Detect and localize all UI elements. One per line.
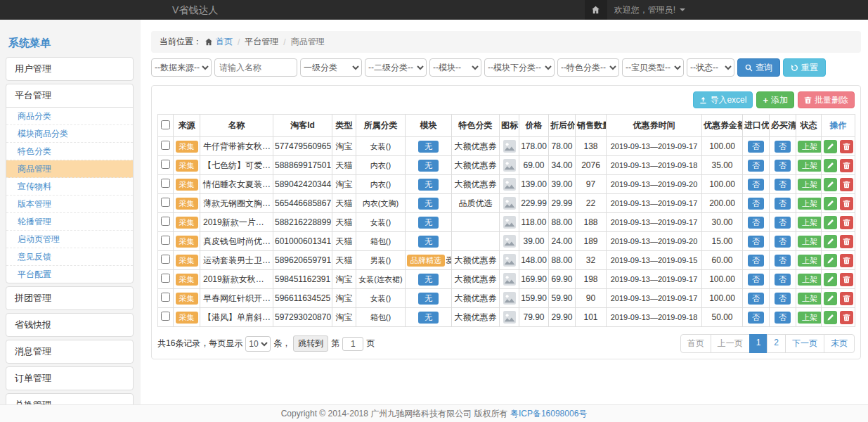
page-button[interactable]: 1 — [749, 334, 768, 353]
sidebar-subitem[interactable]: 意见反馈 — [6, 248, 133, 266]
import-select-toggle[interactable]: 否 — [748, 160, 764, 172]
must-buy-toggle[interactable]: 否 — [775, 198, 791, 210]
filter-select-4[interactable]: --模块下分类-- — [484, 58, 555, 77]
delete-button[interactable] — [840, 216, 853, 229]
edit-button[interactable] — [824, 178, 837, 191]
edit-button[interactable] — [824, 159, 837, 172]
icp-link[interactable]: 粤ICP备16098006号 — [510, 409, 587, 418]
delete-button[interactable] — [840, 254, 853, 267]
search-button[interactable]: 查询 — [737, 58, 780, 77]
row-checkbox[interactable] — [161, 179, 170, 188]
delete-button[interactable] — [840, 140, 853, 153]
must-buy-toggle[interactable]: 否 — [775, 293, 791, 305]
must-buy-toggle[interactable]: 否 — [775, 236, 791, 248]
import-select-toggle[interactable]: 否 — [748, 141, 764, 153]
edit-button[interactable] — [824, 197, 837, 210]
must-buy-toggle[interactable]: 否 — [775, 141, 791, 153]
edit-button[interactable] — [824, 311, 837, 324]
sidebar-item[interactable]: 省钱快报 — [6, 314, 133, 336]
edit-button[interactable] — [824, 216, 837, 229]
sidebar-subitem[interactable]: 版本管理 — [6, 196, 133, 213]
status-toggle[interactable]: 上架 — [798, 141, 822, 153]
sidebar-subitem[interactable]: 启动页管理 — [6, 231, 133, 248]
row-checkbox[interactable] — [161, 274, 170, 283]
row-checkbox[interactable] — [161, 217, 170, 226]
filter-select-5[interactable]: --特色分类-- — [557, 58, 619, 77]
filter-select-0[interactable]: --数据来源-- — [151, 58, 212, 77]
must-buy-toggle[interactable]: 否 — [775, 217, 791, 229]
row-checkbox[interactable] — [161, 255, 170, 264]
import-select-toggle[interactable]: 否 — [748, 179, 764, 191]
delete-button[interactable] — [840, 311, 853, 324]
edit-button[interactable] — [824, 140, 837, 153]
edit-button[interactable] — [824, 254, 837, 267]
status-toggle[interactable]: 上架 — [798, 293, 822, 305]
import-select-toggle[interactable]: 否 — [748, 255, 764, 267]
sidebar-item[interactable]: 订单管理 — [6, 367, 133, 390]
must-buy-toggle[interactable]: 否 — [775, 255, 791, 267]
delete-button[interactable] — [840, 159, 853, 172]
reset-button[interactable]: 重置 — [783, 58, 826, 77]
status-toggle[interactable]: 上架 — [798, 179, 822, 191]
delete-button[interactable] — [840, 178, 853, 191]
status-toggle[interactable]: 上架 — [798, 160, 822, 172]
import-select-toggle[interactable]: 否 — [748, 293, 764, 305]
page-size-select[interactable]: 10 — [245, 336, 271, 352]
import-select-toggle[interactable]: 否 — [748, 217, 764, 229]
edit-button[interactable] — [824, 235, 837, 248]
filter-select-7[interactable]: --状态-- — [687, 58, 734, 77]
sidebar-subitem[interactable]: 商品分类 — [6, 108, 133, 125]
must-buy-toggle[interactable]: 否 — [775, 312, 791, 324]
sidebar-item[interactable]: 平台管理 — [6, 84, 133, 107]
sidebar-subitem[interactable]: 平台配置 — [6, 266, 133, 283]
delete-button[interactable] — [840, 273, 853, 286]
sidebar-subitem[interactable]: 特色分类 — [6, 143, 133, 160]
filter-select-3[interactable]: --模块-- — [429, 58, 481, 77]
home-button[interactable] — [585, 0, 607, 20]
sidebar-item[interactable]: 消息管理 — [6, 340, 133, 363]
delete-button[interactable] — [840, 197, 853, 210]
sidebar-subitem[interactable]: 模块商品分类 — [6, 125, 133, 143]
page-button[interactable]: 首页 — [680, 334, 711, 353]
name-search-input[interactable] — [214, 58, 297, 77]
status-toggle[interactable]: 上架 — [798, 198, 822, 210]
row-checkbox[interactable] — [161, 141, 170, 150]
must-buy-toggle[interactable]: 否 — [775, 274, 791, 286]
sidebar-subitem[interactable]: 轮播管理 — [6, 213, 133, 231]
filter-select-2[interactable]: --二级分类-- — [365, 58, 427, 77]
status-toggle[interactable]: 上架 — [798, 236, 822, 248]
edit-button[interactable] — [824, 292, 837, 305]
sidebar-item[interactable]: 用户管理 — [6, 58, 133, 80]
row-checkbox[interactable] — [161, 160, 170, 169]
add-button[interactable]: + 添加 — [756, 91, 794, 108]
page-button[interactable]: 上一页 — [711, 334, 750, 353]
filter-select-1[interactable]: 一级分类 — [300, 58, 362, 77]
jump-page-input[interactable] — [342, 337, 363, 351]
import-select-toggle[interactable]: 否 — [748, 198, 764, 210]
jump-button[interactable]: 跳转到 — [293, 335, 328, 352]
sidebar-subitem[interactable]: 宣传物料 — [6, 178, 133, 196]
row-checkbox[interactable] — [161, 293, 170, 302]
status-toggle[interactable]: 上架 — [798, 255, 822, 267]
status-toggle[interactable]: 上架 — [798, 312, 822, 324]
must-buy-toggle[interactable]: 否 — [775, 179, 791, 191]
sidebar-item[interactable]: 拼团管理 — [6, 287, 133, 309]
import-select-toggle[interactable]: 否 — [748, 274, 764, 286]
page-button[interactable]: 下一页 — [785, 334, 824, 353]
row-checkbox[interactable] — [161, 236, 170, 245]
filter-select-6[interactable]: --宝贝类型-- — [622, 58, 684, 77]
status-toggle[interactable]: 上架 — [798, 217, 822, 229]
must-buy-toggle[interactable]: 否 — [775, 160, 791, 172]
status-toggle[interactable]: 上架 — [798, 274, 822, 286]
breadcrumb-home-link[interactable]: 首页 — [216, 36, 233, 48]
delete-button[interactable] — [840, 292, 853, 305]
delete-button[interactable] — [840, 235, 853, 248]
row-checkbox[interactable] — [161, 312, 170, 321]
select-all-checkbox[interactable] — [161, 120, 170, 129]
edit-button[interactable] — [824, 273, 837, 286]
import-select-toggle[interactable]: 否 — [748, 236, 764, 248]
sidebar-subitem[interactable]: 商品管理 — [6, 160, 133, 178]
import-select-toggle[interactable]: 否 — [748, 312, 764, 324]
page-button[interactable]: 2 — [767, 334, 786, 353]
import-excel-button[interactable]: 导入excel — [693, 91, 753, 108]
